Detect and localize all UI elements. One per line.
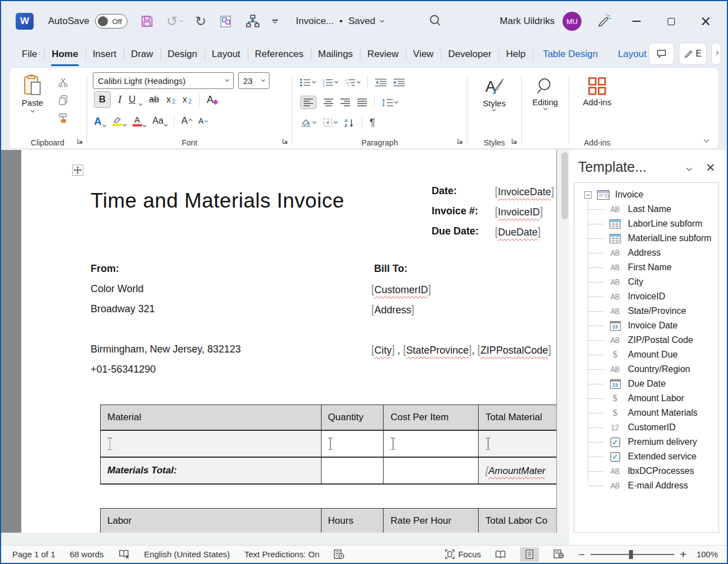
document-page[interactable]: Time and Materials Invoice Date: [Invoic… [21,150,556,533]
text-predictions-indicator[interactable]: Text Predictions: On [244,549,319,559]
ribbon-tab-developer[interactable]: Developer [441,41,499,67]
materials-total-label-cell[interactable]: Materials Total: [101,458,322,483]
zoom-out-button[interactable]: − [578,549,585,560]
tree-item-amount-labor[interactable]: $Amount Labor [579,391,718,406]
align-right-button[interactable] [341,98,350,106]
coming-soon-button[interactable] [596,13,612,29]
ribbon-tab-mailings[interactable]: Mailings [311,41,360,67]
addins-button[interactable]: Add-ins [583,73,612,107]
materials-header-cost-per-item[interactable]: Cost Per Item [384,405,479,430]
ribbon-tab-review[interactable]: Review [360,41,406,67]
ribbon-tab-design[interactable]: Design [160,41,205,67]
ribbon-tab-help[interactable]: Help [499,41,533,67]
subscript-button[interactable]: x2 [166,95,175,105]
total-material-cell[interactable] [479,431,556,457]
cut-button[interactable] [58,77,69,88]
ribbon-tab-file[interactable]: File [15,41,44,67]
labor-header-rate-per-hour[interactable]: Rate Per Hour [384,509,479,533]
tree-item-lbxdcprocesses[interactable]: ABlbxDCProcesses [579,464,718,478]
tree-item-materialline-subform[interactable]: MaterialLine subform [579,231,718,246]
decrease-indent-button[interactable] [375,78,386,87]
tree-item-premium-delivery[interactable]: ✓Premium delivery [579,435,718,449]
materials-header-quantity[interactable]: Quantity [322,405,384,430]
avatar[interactable]: MU [562,12,582,31]
close-button[interactable]: × [692,10,719,32]
editor-button[interactable] [334,549,344,560]
print-layout-button[interactable] [520,547,539,562]
amount-materials-content-control[interactable]: [AmountMater [485,464,545,477]
shrink-font-button[interactable]: A [198,116,207,125]
quick-access-toolbar-menu[interactable] [272,20,278,23]
tree-item-first-name[interactable]: ABFirst Name [579,260,718,275]
paste-button[interactable]: Paste [15,72,50,124]
tree-item-invoiceid[interactable]: ABInvoiceID [579,289,718,304]
minimize-button[interactable] [623,10,650,32]
grow-font-button[interactable]: A [181,115,191,126]
font-dialog-launcher[interactable] [282,137,289,147]
undo-button[interactable]: ↺ [167,13,183,29]
copy-button[interactable] [58,95,69,106]
tree-item-city[interactable]: ABCity [579,275,718,289]
undo-dropdown-icon[interactable] [179,18,183,22]
font-size-combo[interactable]: 23 [238,72,270,89]
web-layout-button[interactable] [549,547,568,562]
amount-materials-cell[interactable]: [AmountMater [479,458,556,483]
highlight-button[interactable] [112,116,126,126]
read-mode-button[interactable] [491,547,510,562]
zoom-in-button[interactable]: + [680,549,687,560]
tree-item-extended-service[interactable]: ✓Extended service [579,449,718,464]
superscript-button[interactable]: x2 [183,95,192,105]
multilevel-list-button[interactable]: 1ai [345,78,360,87]
materials-header-total-material[interactable]: Total Material [479,405,556,430]
scrollbar-thumb[interactable] [561,152,568,219]
font-name-combo[interactable]: Calibri Light (Headings) [93,72,234,89]
invoice-id-content-control[interactable]: [InvoiceID] [495,205,543,218]
material-cell[interactable] [101,431,322,457]
ribbon-tab-layout[interactable]: Layout [205,41,248,67]
ribbon-tab-insert[interactable]: Insert [86,41,124,67]
tree-item-amount-materials[interactable]: $Amount Materials [579,406,718,420]
language-indicator[interactable]: English (United States) [144,549,230,559]
justify-button[interactable] [357,98,367,106]
word-logo-icon[interactable]: W [16,13,34,30]
city-content-control[interactable]: [City] [371,345,395,356]
clear-formatting-button[interactable]: A [207,94,214,106]
labor-header-labor[interactable]: Labor [101,509,322,533]
line-spacing-button[interactable] [382,98,398,107]
shading-button[interactable] [300,118,316,127]
paragraph-dialog-launcher[interactable] [457,137,464,147]
materials-table[interactable]: MaterialQuantityCost Per ItemTotal Mater… [100,405,556,485]
ribbon-tab-table-design[interactable]: Table Design [533,41,608,67]
org-chart-button[interactable] [245,14,260,29]
align-center-button[interactable] [324,98,333,106]
bullets-button[interactable] [300,78,315,87]
tree-item-customerid[interactable]: 12CustomerID [579,420,718,435]
tree-root-invoice[interactable]: Invoice [579,187,718,202]
clipboard-dialog-launcher[interactable] [77,137,83,147]
font-color-button[interactable]: A [133,115,146,126]
styles-dialog-launcher[interactable] [511,137,518,147]
empty-cell[interactable] [322,458,384,483]
increase-indent-button[interactable] [394,78,405,87]
pane-close-button[interactable]: × [706,160,716,174]
proofing-button[interactable] [119,549,130,560]
document-horizontal-scrollbar[interactable] [1,533,573,545]
tree-item-country-region[interactable]: ABCountry/Region [579,362,718,377]
word-count[interactable]: 68 words [70,549,104,559]
bold-button[interactable]: B [94,91,111,108]
redo-button[interactable]: ↻ [195,13,206,29]
pane-options-button[interactable] [687,162,691,172]
address-content-control[interactable]: [Address] [371,303,414,316]
tree-item-amount-due[interactable]: $Amount Due [579,347,718,362]
focus-button[interactable]: Focus [445,549,481,559]
editing-mode-button[interactable]: E [679,43,707,65]
underline-button[interactable]: U [129,94,141,105]
ribbon-tab-view[interactable]: View [406,41,441,67]
cost-per-item-cell[interactable] [384,431,479,457]
tree-item-due-date[interactable]: 23Due Date [579,377,718,391]
state-content-control[interactable]: [StateProvince] [403,345,472,356]
collapse-node-icon[interactable] [584,191,592,199]
sort-button[interactable]: A Z [344,118,354,128]
editing-button[interactable]: Editing [532,73,558,110]
quantity-cell[interactable] [322,431,384,457]
